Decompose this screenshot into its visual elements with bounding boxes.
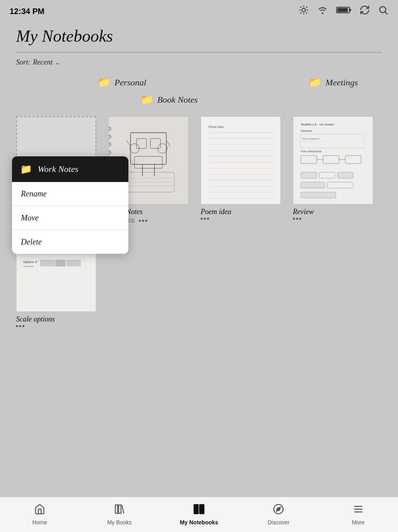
svg-text:Options 3': Options 3' [23, 260, 38, 264]
sort-value: Recent [33, 58, 53, 67]
page-title: My Notebooks [16, 26, 382, 46]
context-menu: 📁 Work Notes Rename Move Delete [12, 156, 128, 254]
svg-rect-16 [136, 139, 146, 149]
home-icon [34, 504, 45, 518]
nav-item-more[interactable]: More [319, 497, 398, 532]
menu-icon [353, 504, 364, 518]
svg-line-23 [127, 140, 131, 146]
context-menu-body: Rename Move Delete [12, 182, 128, 254]
svg-text:Flow interactions: Flow interactions [301, 150, 322, 153]
context-menu-rename[interactable]: Rename [12, 182, 128, 206]
svg-point-0 [302, 8, 306, 12]
folder-personal[interactable]: 📁 Personal [97, 76, 146, 89]
svg-rect-54 [319, 172, 335, 178]
folder-meetings[interactable]: 📁 Meetings [309, 76, 358, 89]
notebook-meta-scale-options [16, 325, 96, 327]
nav-item-home[interactable]: Home [0, 497, 79, 532]
svg-rect-44 [301, 134, 365, 148]
svg-rect-86 [199, 504, 204, 514]
svg-rect-48 [301, 156, 317, 164]
nav-label-my-notebooks: My Notebooks [180, 519, 218, 526]
notebook-menu-poem-idea[interactable] [201, 218, 209, 220]
sort-bar[interactable]: Sort: Recent ⌄ [0, 53, 398, 72]
context-menu-delete[interactable]: Delete [12, 230, 128, 254]
svg-rect-83 [115, 505, 118, 514]
svg-text:Text component: Text component [303, 138, 319, 140]
notebook-menu-daily-notes[interactable] [139, 220, 147, 222]
sort-label: Sort: [16, 58, 30, 67]
svg-rect-50 [323, 156, 339, 164]
svg-marker-91 [276, 507, 280, 511]
notebooks-icon [193, 504, 205, 518]
svg-rect-57 [327, 182, 353, 188]
notebook-label-poem-idea: Poem idea [201, 208, 281, 216]
folder-icon: 📁 [140, 93, 153, 106]
notebook-meta-review [293, 218, 373, 220]
svg-line-8 [306, 7, 307, 8]
folder-book-notes[interactable]: 📁 Book Notes [140, 93, 198, 106]
svg-text:Poem idea: Poem idea [208, 125, 224, 129]
notebook-meta-poem-idea [201, 218, 281, 220]
svg-point-87 [198, 506, 199, 507]
context-folder-icon: 📁 [20, 164, 32, 175]
bottom-nav: Home My Books My Notebooks [0, 497, 398, 532]
svg-rect-85 [194, 504, 199, 514]
svg-rect-53 [301, 172, 317, 178]
notebook-label-review: Review [293, 208, 373, 216]
notebook-item-review[interactable]: Toolkits 1.6 - UX review Elements Text c… [293, 116, 373, 224]
content-area: 📁 Work Notes 📁 Personal 📁 Meetings 📁 Boo… [0, 72, 398, 327]
context-menu-header: 📁 Work Notes [12, 156, 128, 182]
folder-row-2: 📁 Book Notes [16, 89, 382, 108]
svg-rect-56 [301, 182, 325, 188]
folder-icon: 📁 [97, 76, 110, 89]
svg-rect-15 [130, 133, 166, 164]
nav-label-my-books: My Books [107, 519, 132, 526]
context-menu-overlay: 📁 Work Notes Rename Move Delete [12, 156, 128, 254]
battery-icon [336, 6, 351, 16]
folder-name: Personal [114, 77, 146, 88]
sync-icon[interactable] [359, 5, 370, 18]
svg-rect-55 [337, 172, 353, 178]
review-sketch: Toolkits 1.6 - UX review Elements Text c… [293, 117, 373, 204]
books-icon [114, 504, 125, 518]
svg-rect-18 [134, 156, 162, 168]
status-time: 12:34 PM [10, 7, 45, 16]
svg-rect-82 [67, 260, 81, 266]
notebook-item-poem-idea[interactable]: Poem idea Poem idea [201, 116, 281, 224]
poem-idea-sketch: Poem idea [201, 117, 280, 204]
folder-name: Book Notes [157, 95, 198, 105]
chevron-down-icon[interactable]: ⌄ [55, 59, 60, 66]
notebook-label-scale-options: Scale options [16, 315, 96, 324]
compass-icon [273, 504, 284, 518]
nav-item-discover[interactable]: Discover [239, 497, 318, 532]
svg-point-89 [198, 512, 199, 513]
notebook-thumbnail-review[interactable]: Toolkits 1.6 - UX review Elements Text c… [293, 116, 373, 204]
svg-line-4 [306, 12, 307, 13]
svg-point-9 [322, 12, 323, 14]
nav-item-my-notebooks[interactable]: My Notebooks [159, 497, 239, 532]
status-icons [298, 5, 388, 18]
folder-name: Meetings [325, 77, 358, 88]
nav-item-my-books[interactable]: My Books [79, 497, 159, 532]
context-menu-move[interactable]: Move [12, 206, 128, 230]
svg-rect-12 [337, 8, 348, 12]
svg-text:some text: some text [23, 265, 34, 267]
notebook-menu-review[interactable] [293, 218, 301, 220]
svg-point-13 [380, 6, 386, 12]
search-icon[interactable] [378, 5, 388, 18]
page-header: My Notebooks [0, 22, 398, 52]
svg-text:Elements: Elements [301, 129, 313, 132]
context-menu-title: Work Notes [38, 164, 78, 174]
nav-label-more: More [352, 519, 365, 526]
svg-point-88 [198, 509, 199, 510]
folder-icon: 📁 [309, 76, 321, 89]
svg-line-14 [385, 12, 388, 14]
notebook-thumbnail-poem-idea[interactable]: Poem idea [201, 116, 281, 204]
svg-line-24 [167, 140, 171, 146]
nav-label-discover: Discover [268, 519, 289, 526]
notebook-menu-scale-options[interactable] [16, 325, 24, 327]
svg-line-3 [301, 7, 301, 8]
svg-rect-17 [150, 139, 160, 149]
svg-text:Toolkits 1.6 - UX review: Toolkits 1.6 - UX review [301, 123, 334, 126]
svg-rect-52 [345, 156, 361, 164]
